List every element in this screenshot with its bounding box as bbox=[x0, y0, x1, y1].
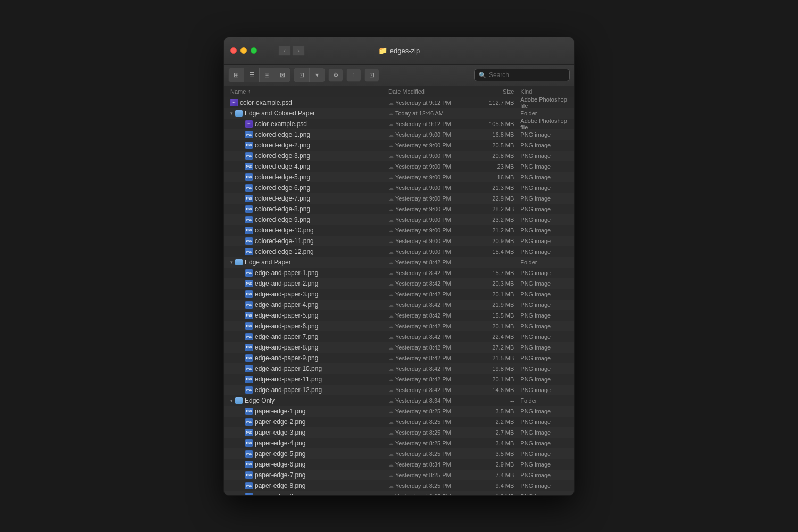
list-item[interactable]: PNG edge-and-paper-11.png ☁ Yesterday at… bbox=[224, 374, 574, 385]
list-item[interactable]: PNG paper-edge-1.png ☁ Yesterday at 8:25… bbox=[224, 406, 574, 417]
view-switcher: ⊞ ☰ ⊟ ⊠ bbox=[228, 68, 290, 82]
back-button[interactable]: ‹ bbox=[278, 45, 291, 56]
file-size-cell: 21.2 MB bbox=[476, 227, 519, 234]
file-kind-cell: PNG image bbox=[518, 185, 574, 191]
group-button[interactable]: ⊡ bbox=[294, 68, 309, 82]
maximize-button[interactable] bbox=[251, 47, 257, 54]
file-kind-cell: PNG image bbox=[518, 142, 574, 148]
close-button[interactable] bbox=[230, 47, 237, 54]
filename-text: colored-edge-7.png bbox=[255, 195, 310, 202]
list-item[interactable]: PNG colored-edge-7.png ☁ Yesterday at 9:… bbox=[224, 193, 574, 204]
png-icon: PNG bbox=[245, 269, 253, 277]
list-item[interactable]: PNG paper-edge-3.png ☁ Yesterday at 8:25… bbox=[224, 427, 574, 438]
kind-column-header[interactable]: Kind bbox=[518, 88, 574, 95]
list-item[interactable]: PNG colored-edge-1.png ☁ Yesterday at 9:… bbox=[224, 129, 574, 140]
list-item[interactable]: PNG edge-and-paper-10.png ☁ Yesterday at… bbox=[224, 363, 574, 374]
file-modified-cell: ☁ Yesterday at 9:00 PM bbox=[388, 195, 476, 202]
list-item[interactable]: PNG edge-and-paper-1.png ☁ Yesterday at … bbox=[224, 268, 574, 278]
minimize-button[interactable] bbox=[240, 47, 247, 54]
file-name-cell: PNG paper-edge-8.png bbox=[224, 482, 388, 489]
list-item[interactable]: PNG edge-and-paper-2.png ☁ Yesterday at … bbox=[224, 278, 574, 289]
file-modified-cell: ☁ Yesterday at 8:25 PM bbox=[388, 408, 476, 414]
list-item[interactable]: PNG colored-edge-3.png ☁ Yesterday at 9:… bbox=[224, 151, 574, 161]
folder-chevron-icon: ▾ bbox=[230, 260, 233, 265]
list-item[interactable]: PNG paper-edge-4.png ☁ Yesterday at 8:25… bbox=[224, 438, 574, 448]
list-item[interactable]: PNG colored-edge-5.png ☁ Yesterday at 9:… bbox=[224, 172, 574, 182]
list-item[interactable]: ▾ Edge and Colored Paper ☁ Today at 12:4… bbox=[224, 108, 574, 119]
file-name-cell: PNG colored-edge-11.png bbox=[224, 237, 388, 245]
list-item[interactable]: PNG paper-edge-8.png ☁ Yesterday at 8:25… bbox=[224, 480, 574, 491]
list-item[interactable]: ▾ Edge and Paper ☁ Yesterday at 8:42 PM … bbox=[224, 257, 574, 268]
file-kind-cell: PNG image bbox=[518, 248, 574, 255]
list-item[interactable]: PNG colored-edge-4.png ☁ Yesterday at 9:… bbox=[224, 161, 574, 172]
file-modified-cell: ☁ Yesterday at 9:00 PM bbox=[388, 153, 476, 159]
group-sort-buttons: ⊡ ▾ bbox=[294, 68, 325, 82]
file-name-cell: PNG colored-edge-4.png bbox=[224, 163, 388, 170]
file-name-cell: PNG edge-and-paper-1.png bbox=[224, 269, 388, 277]
file-modified-cell: ☁ Yesterday at 8:42 PM bbox=[388, 334, 476, 340]
filename-text: colored-edge-11.png bbox=[255, 237, 314, 245]
list-item[interactable]: PNG paper-edge-5.png ☁ Yesterday at 8:25… bbox=[224, 448, 574, 459]
file-name-cell: PNG paper-edge-7.png bbox=[224, 471, 388, 479]
file-kind-cell: PNG image bbox=[518, 376, 574, 383]
png-icon: PNG bbox=[245, 365, 253, 372]
list-item[interactable]: Ps color-example.psd ☁ Yesterday at 9:12… bbox=[224, 119, 574, 129]
sort-arrow-button[interactable]: ▾ bbox=[310, 68, 325, 82]
share-button[interactable]: ↑ bbox=[346, 68, 361, 82]
file-list[interactable]: Ps color-example.psd ☁ Yesterday at 9:12… bbox=[224, 97, 574, 495]
filename-text: Edge and Colored Paper bbox=[245, 110, 315, 117]
list-item[interactable]: PNG edge-and-paper-4.png ☁ Yesterday at … bbox=[224, 300, 574, 310]
file-size-cell: 14.6 MB bbox=[476, 387, 519, 393]
file-name-cell: PNG colored-edge-7.png bbox=[224, 195, 388, 202]
name-column-header[interactable]: Name ↑ bbox=[224, 88, 388, 95]
list-item[interactable]: ▾ Edge Only ☁ Yesterday at 8:34 PM -- Fo… bbox=[224, 395, 574, 406]
file-size-cell: 21.9 MB bbox=[476, 302, 519, 308]
png-icon: PNG bbox=[245, 173, 253, 181]
file-size-cell: 20.9 MB bbox=[476, 238, 519, 244]
list-item[interactable]: PNG colored-edge-6.png ☁ Yesterday at 9:… bbox=[224, 182, 574, 193]
icon-view-button[interactable]: ⊞ bbox=[229, 68, 244, 82]
list-item[interactable]: PNG edge-and-paper-6.png ☁ Yesterday at … bbox=[224, 321, 574, 331]
png-icon: PNG bbox=[245, 429, 253, 436]
list-item[interactable]: PNG paper-edge-9.png ☁ Yesterday at 8:25… bbox=[224, 491, 574, 495]
list-item[interactable]: PNG paper-edge-2.png ☁ Yesterday at 8:25… bbox=[224, 417, 574, 427]
file-kind-cell: PNG image bbox=[518, 174, 574, 180]
list-item[interactable]: PNG colored-edge-2.png ☁ Yesterday at 9:… bbox=[224, 140, 574, 151]
list-item[interactable]: PNG colored-edge-8.png ☁ Yesterday at 9:… bbox=[224, 204, 574, 214]
list-item[interactable]: PNG paper-edge-6.png ☁ Yesterday at 8:34… bbox=[224, 459, 574, 470]
gallery-view-button[interactable]: ⊠ bbox=[275, 68, 290, 82]
column-view-button[interactable]: ⊟ bbox=[260, 68, 275, 82]
filename-text: edge-and-paper-10.png bbox=[255, 365, 322, 372]
forward-button[interactable]: › bbox=[292, 45, 305, 56]
size-column-header[interactable]: Size bbox=[476, 88, 519, 95]
file-size-cell: 27.2 MB bbox=[476, 344, 519, 351]
file-name-cell: PNG edge-and-paper-7.png bbox=[224, 333, 388, 340]
list-item[interactable]: PNG edge-and-paper-7.png ☁ Yesterday at … bbox=[224, 331, 574, 342]
file-size-cell: 2.2 MB bbox=[476, 419, 519, 425]
filename-text: paper-edge-2.png bbox=[255, 418, 305, 426]
list-item[interactable]: PNG edge-and-paper-8.png ☁ Yesterday at … bbox=[224, 342, 574, 353]
file-modified-cell: ☁ Yesterday at 9:00 PM bbox=[388, 238, 476, 244]
list-item[interactable]: PNG edge-and-paper-5.png ☁ Yesterday at … bbox=[224, 310, 574, 321]
more-button[interactable]: ⊡ bbox=[364, 68, 379, 82]
file-modified-cell: ☁ Yesterday at 8:25 PM bbox=[388, 483, 476, 489]
modified-column-header[interactable]: Date Modified bbox=[388, 88, 476, 95]
list-item[interactable]: PNG colored-edge-9.png ☁ Yesterday at 9:… bbox=[224, 214, 574, 225]
action-button[interactable]: ⚙ bbox=[328, 68, 343, 82]
search-box[interactable]: 🔍 Search bbox=[474, 69, 570, 81]
file-name-cell: PNG colored-edge-5.png bbox=[224, 173, 388, 181]
list-item[interactable]: PNG edge-and-paper-3.png ☁ Yesterday at … bbox=[224, 289, 574, 300]
file-modified-cell: ☁ Yesterday at 9:12 PM bbox=[388, 121, 476, 127]
file-size-cell: 20.1 MB bbox=[476, 323, 519, 329]
list-item[interactable]: PNG colored-edge-12.png ☁ Yesterday at 9… bbox=[224, 246, 574, 257]
list-item[interactable]: PNG colored-edge-10.png ☁ Yesterday at 9… bbox=[224, 225, 574, 236]
file-name-cell: PNG paper-edge-5.png bbox=[224, 450, 388, 458]
list-item[interactable]: PNG edge-and-paper-12.png ☁ Yesterday at… bbox=[224, 385, 574, 395]
file-size-cell: 20.3 MB bbox=[476, 280, 519, 287]
list-item[interactable]: PNG colored-edge-11.png ☁ Yesterday at 9… bbox=[224, 236, 574, 246]
file-size-cell: 1.9 MB bbox=[476, 493, 519, 495]
list-view-button[interactable]: ☰ bbox=[244, 68, 259, 82]
list-item[interactable]: PNG paper-edge-7.png ☁ Yesterday at 8:25… bbox=[224, 470, 574, 480]
list-item[interactable]: PNG edge-and-paper-9.png ☁ Yesterday at … bbox=[224, 353, 574, 363]
list-item[interactable]: Ps color-example.psd ☁ Yesterday at 9:12… bbox=[224, 97, 574, 108]
